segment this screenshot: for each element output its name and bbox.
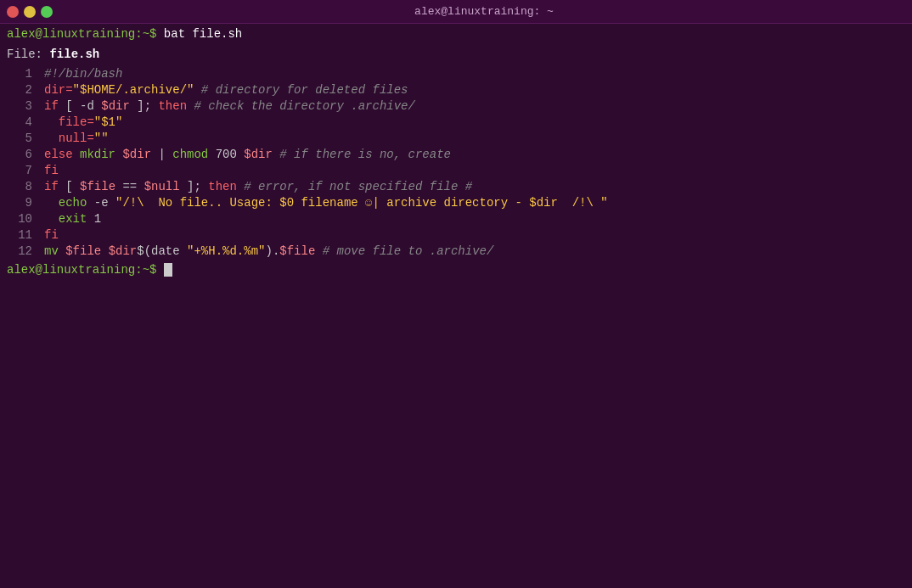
minimize-button[interactable]	[24, 6, 36, 18]
code-area: 1 #!/bin/bash 2 dir="$HOME/.archive/" # …	[0, 66, 912, 260]
titlebar-title: alex@linuxtraining: ~	[63, 5, 905, 18]
maximize-button[interactable]	[41, 6, 53, 18]
table-row: 6 else mkdir $dir | chmod 700 $dir # if …	[0, 147, 912, 163]
code-content: if [ -d $dir ]; then # check the directo…	[44, 98, 415, 115]
line-number: 3	[7, 98, 32, 115]
table-row: 9 echo -e "/!\ No file.. Usage: $0 filen…	[0, 195, 912, 211]
table-row: 1 #!/bin/bash	[0, 66, 912, 82]
table-row: 2 dir="$HOME/.archive/" # directory for …	[0, 82, 912, 98]
titlebar-buttons	[7, 6, 53, 18]
line-number: 11	[7, 227, 32, 244]
table-row: 12 mv $file $dir$(date "+%H.%d.%m").$fil…	[0, 244, 912, 260]
code-content: exit 1	[44, 211, 101, 227]
code-content: fi	[44, 227, 59, 244]
code-content: else mkdir $dir | chmod 700 $dir # if th…	[44, 147, 451, 163]
prompt: alex@linuxtraining:~$	[7, 27, 164, 41]
table-row: 5 null=""	[0, 131, 912, 147]
table-row: 4 file="$1"	[0, 115, 912, 131]
code-content: file="$1"	[44, 115, 122, 131]
terminal: alex@linuxtraining:~$ bat file.sh File: …	[0, 24, 912, 588]
code-content: #!/bin/bash	[44, 66, 122, 82]
file-label: File:	[7, 48, 49, 61]
table-row: 7 fi	[0, 163, 912, 179]
table-row: 8 if [ $file == $null ]; then # error, i…	[0, 179, 912, 195]
titlebar: alex@linuxtraining: ~	[0, 0, 912, 24]
final-prompt-line: alex@linuxtraining:~$	[0, 260, 912, 280]
file-header: File: file.sh	[0, 44, 912, 66]
line-number: 7	[7, 163, 32, 179]
command: bat file.sh	[164, 27, 242, 41]
table-row: 11 fi	[0, 227, 912, 244]
code-content: if [ $file == $null ]; then # error, if …	[44, 179, 472, 195]
table-row: 10 exit 1	[0, 211, 912, 227]
line-number: 12	[7, 244, 32, 260]
filename: file.sh	[49, 48, 99, 61]
code-content: dir="$HOME/.archive/" # directory for de…	[44, 82, 408, 98]
close-button[interactable]	[7, 6, 19, 18]
line-number: 6	[7, 147, 32, 163]
line-number: 10	[7, 211, 32, 227]
initial-command-line: alex@linuxtraining:~$ bat file.sh	[0, 24, 912, 44]
line-number: 4	[7, 115, 32, 131]
code-content: mv $file $dir$(date "+%H.%d.%m").$file #…	[44, 244, 493, 260]
table-row: 3 if [ -d $dir ]; then # check the direc…	[0, 98, 912, 115]
cursor	[164, 263, 172, 277]
line-number: 9	[7, 195, 32, 211]
line-number: 1	[7, 66, 32, 82]
line-number: 8	[7, 179, 32, 195]
final-prompt: alex@linuxtraining:~$	[7, 263, 164, 277]
code-content: echo -e "/!\ No file.. Usage: $0 filenam…	[44, 195, 608, 211]
code-content: null=""	[44, 131, 109, 147]
line-number: 2	[7, 82, 32, 98]
code-content: fi	[44, 163, 59, 179]
line-number: 5	[7, 131, 32, 147]
